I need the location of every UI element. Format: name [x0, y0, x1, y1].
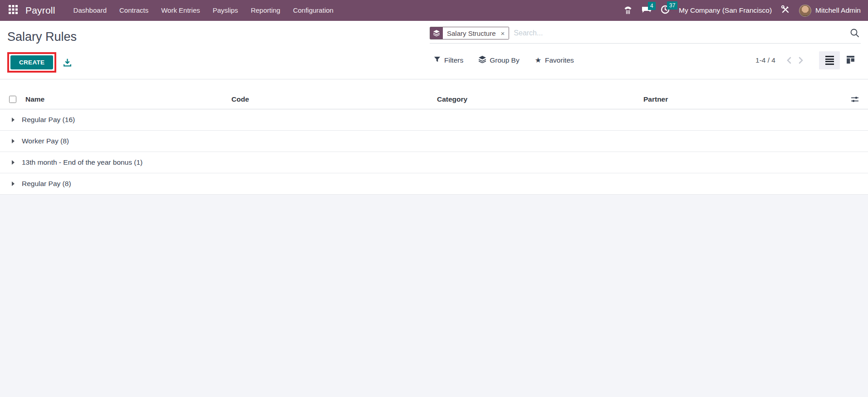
funnel-icon	[434, 56, 441, 64]
user-name: Mitchell Admin	[815, 6, 861, 15]
list-header: Name Code Category Partner	[0, 89, 868, 109]
tools-icon	[781, 5, 790, 16]
apps-menu-button[interactable]	[7, 5, 19, 16]
user-avatar	[799, 5, 811, 17]
filters-label: Filters	[444, 56, 463, 64]
chevron-right-icon	[798, 56, 804, 64]
group-by-button[interactable]: Group By	[479, 56, 519, 65]
salary-rules-list: Name Code Category Partner Regular Pay (…	[0, 89, 868, 195]
chevron-left-icon	[786, 56, 792, 64]
tutorial-highlight-box: CREATE	[7, 52, 56, 73]
menu-item-configuration[interactable]: Configuration	[287, 0, 340, 21]
column-header-code[interactable]: Code	[231, 95, 437, 103]
phone-dialpad-icon	[623, 5, 633, 16]
search-facet-salary-structure[interactable]: Salary Structure ×	[430, 27, 509, 39]
pager: 1-4 / 4	[755, 56, 775, 64]
activities-badge: 37	[667, 1, 677, 10]
menu-item-reporting[interactable]: Reporting	[245, 0, 287, 21]
pager-area: 1-4 / 4	[755, 50, 861, 71]
view-switcher	[819, 51, 861, 69]
menu-item-contracts[interactable]: Contracts	[113, 0, 155, 21]
facet-remove-button[interactable]: ×	[500, 27, 509, 39]
list-view-icon	[825, 56, 834, 65]
search-icon[interactable]	[850, 28, 861, 38]
kanban-view-button[interactable]	[840, 51, 861, 69]
group-by-label: Group By	[490, 56, 519, 64]
group-label: Worker Pay (8)	[22, 137, 69, 145]
filters-button[interactable]: Filters	[434, 56, 463, 64]
navbar-systray: 4 37 My Company (San Francisco)	[623, 5, 861, 17]
main-menu: Dashboard Contracts Work Entries Payslip…	[67, 0, 340, 21]
sliders-icon	[851, 96, 859, 103]
pager-previous-button[interactable]	[783, 56, 795, 64]
menu-item-payslips[interactable]: Payslips	[206, 0, 245, 21]
group-label: Regular Pay (8)	[22, 180, 71, 188]
messages-button[interactable]: 4	[642, 5, 652, 16]
expand-caret-icon	[12, 139, 15, 143]
activities-button[interactable]: 37	[661, 5, 670, 16]
messages-badge: 4	[648, 2, 656, 10]
apps-grid-icon	[9, 5, 18, 16]
select-all-checkbox[interactable]	[9, 96, 16, 103]
column-header-partner[interactable]: Partner	[643, 95, 843, 103]
favorites-label: Favorites	[545, 56, 574, 64]
search-bar[interactable]: Salary Structure ×	[430, 26, 861, 44]
column-header-name[interactable]: Name	[25, 95, 231, 103]
pager-next-button[interactable]	[795, 56, 807, 64]
page-title: Salary Rules	[7, 30, 77, 44]
voip-button[interactable]	[623, 5, 633, 16]
search-input[interactable]	[509, 29, 850, 37]
group-row-regular-pay-8[interactable]: Regular Pay (8)	[0, 173, 868, 195]
control-panel: Salary Rules Salary Structure ×	[0, 21, 868, 79]
group-label: Regular Pay (16)	[22, 116, 75, 124]
group-label: 13th month - End of the year bonus (1)	[22, 158, 142, 167]
menu-item-dashboard[interactable]: Dashboard	[67, 0, 113, 21]
group-row-13th-month-bonus-1[interactable]: 13th month - End of the year bonus (1)	[0, 152, 868, 173]
list-view-button[interactable]	[819, 51, 840, 69]
kanban-view-icon	[846, 55, 855, 66]
star-icon: ★	[535, 57, 541, 64]
group-row-worker-pay-8[interactable]: Worker Pay (8)	[0, 131, 868, 152]
debug-tools-button[interactable]	[781, 5, 790, 16]
favorites-button[interactable]: ★ Favorites	[535, 56, 574, 64]
app-name[interactable]: Payroll	[25, 5, 55, 16]
create-button[interactable]: CREATE	[10, 55, 53, 69]
expand-caret-icon	[12, 118, 15, 122]
expand-caret-icon	[12, 160, 15, 165]
company-switcher[interactable]: My Company (San Francisco)	[679, 6, 772, 15]
export-download-icon[interactable]	[63, 58, 72, 67]
column-header-category[interactable]: Category	[437, 95, 643, 103]
layers-icon	[430, 27, 443, 39]
search-options: Filters Group By ★ Favorites	[434, 50, 574, 71]
user-menu[interactable]: Mitchell Admin	[799, 5, 861, 17]
group-row-regular-pay-16[interactable]: Regular Pay (16)	[0, 109, 868, 131]
facet-label: Salary Structure	[443, 27, 500, 39]
menu-item-work-entries[interactable]: Work Entries	[155, 0, 206, 21]
expand-caret-icon	[12, 181, 15, 186]
top-navbar: Payroll Dashboard Contracts Work Entries…	[0, 0, 868, 21]
optional-columns-button[interactable]	[843, 96, 868, 103]
layers-icon	[479, 56, 486, 65]
